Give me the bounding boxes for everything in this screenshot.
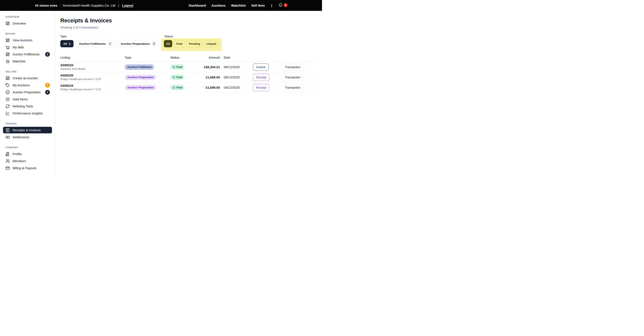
separator-pipe: | — [271, 4, 272, 8]
amount-cell: £1,680.00 — [201, 86, 224, 89]
sidebar-item-auction-fulfilments[interactable]: Auction Fulfilments 2 — [3, 51, 52, 58]
sidebar-item-label: View Auctions — [12, 38, 50, 42]
sidebar-item-my-auctions[interactable]: My Auctions 1 — [3, 82, 52, 88]
invoice-button[interactable]: Invoice — [253, 64, 269, 71]
count-badge: 2 — [45, 52, 50, 57]
status-filter-paid-button[interactable]: Paid — [174, 40, 185, 47]
separator-pipe: | — [118, 4, 119, 8]
sidebar-item-profile[interactable]: Profile — [3, 151, 52, 157]
section-label: COMPANY — [6, 146, 50, 149]
sidebar-item-my-bids[interactable]: My Bids — [3, 44, 52, 50]
sidebar-item-label: Auction Preparation — [12, 90, 42, 94]
sidebar-section-buying: BUYING View Auctions My Bids Auction Ful… — [0, 32, 55, 64]
type-badge: Auction Preparation — [125, 74, 156, 80]
dashboard-grid-icon — [6, 38, 10, 42]
circle-check-icon — [6, 97, 10, 102]
listing-name: Philips Healthcare Azurion 7 C20 — [60, 78, 125, 81]
type-cell: Auction Preparation — [125, 74, 170, 80]
sidebar-section-finance: FINANCE Receipts & Invoices Settlements — [0, 122, 55, 140]
logout-link[interactable]: Logout — [122, 4, 134, 8]
status-filter-pending-button[interactable]: Pending — [186, 40, 202, 47]
sidebar-item-label: Receipts & Invoices — [12, 128, 50, 132]
count-badge: 1 — [45, 83, 50, 88]
type-filter-auction-fulfilments-button[interactable]: Auction Fulfilments 1 — [76, 40, 115, 47]
page: Hi simon eves · Summitwell Health Suppli… — [0, 0, 322, 178]
filter-button-label: All — [63, 42, 67, 46]
sidebar-item-auction-preparation[interactable]: Auction Preparation 1 — [3, 89, 52, 96]
filter-count: 1 — [108, 42, 112, 46]
status-label: Paid — [176, 76, 182, 79]
sidebar-item-watchlist[interactable]: Watchlist — [3, 58, 52, 64]
circle-check-icon — [172, 66, 176, 68]
notifications-button[interactable]: 3 — [278, 3, 288, 8]
results-summary: Showing 3 of 3 transactions — [60, 26, 317, 29]
status-cell: Paid — [170, 74, 201, 80]
filter-button-label: Auction Fulfilments — [79, 42, 106, 46]
column-header-type: Type — [125, 56, 170, 62]
sidebar-item-label: My Auctions — [12, 83, 42, 87]
transaction-button[interactable]: Transaction — [282, 74, 304, 81]
sidebar-item-overview[interactable]: Overview — [3, 20, 52, 27]
receipt-icon — [6, 128, 10, 132]
status-badge: Paid — [170, 74, 184, 80]
star-icon — [6, 59, 10, 64]
sidebar-item-sold-items[interactable]: Sold Items — [3, 96, 52, 102]
sidebar-item-billing-payouts[interactable]: Billing & Payouts — [3, 165, 52, 171]
sidebar-section-selling: SELLING Create an Auction My Auctions 1 … — [0, 70, 55, 116]
nav-link-auctions[interactable]: Auctions — [212, 4, 226, 8]
top-navbar: Hi simon eves · Summitwell Health Suppli… — [0, 0, 322, 11]
table-row: A000235 Philips Healthcare Azurion 7 C20… — [60, 72, 317, 82]
receipt-button[interactable]: Receipt — [253, 84, 269, 91]
sidebar-item-performance-insights[interactable]: Performance Insights — [3, 110, 52, 116]
receipt-button[interactable]: Receipt — [253, 74, 269, 81]
status-filter-all-button[interactable]: All — [164, 40, 172, 47]
amount-cell: £26,204.21 — [201, 65, 224, 69]
users-icon — [6, 159, 10, 163]
transaction-button[interactable]: Transaction — [282, 84, 304, 91]
type-filter-auction-preparations-button[interactable]: Auction Preparations 2 — [118, 40, 160, 47]
line-chart-icon — [6, 111, 10, 116]
amount-cell: £1,680.00 — [201, 76, 224, 79]
tag-icon — [6, 83, 10, 87]
transaction-button[interactable]: Transaction — [282, 64, 304, 71]
refresh-icon — [6, 104, 10, 108]
type-filter-all-button[interactable]: All 3 — [60, 40, 74, 47]
type-badge: Auction Preparation — [125, 85, 156, 90]
type-cell: Auction Preparation — [125, 85, 170, 90]
dashboard-grid-icon — [6, 21, 10, 26]
dashboard-grid-icon — [6, 52, 10, 56]
sidebar-item-label: Sold Items — [12, 97, 50, 101]
sidebar-item-settlements[interactable]: Settlements — [3, 134, 52, 140]
section-label: FINANCE — [6, 122, 50, 125]
sidebar-item-relisting-tools[interactable]: Relisting Tools — [3, 103, 52, 110]
status-badge: Paid — [170, 85, 184, 90]
sidebar-item-label: Auction Fulfilments — [12, 52, 42, 56]
sidebar-item-label: My Bids — [12, 46, 50, 49]
sidebar-item-label: Billing & Payouts — [12, 166, 50, 170]
sidebar: OVERVIEW Overview BUYING View Auctions M… — [0, 11, 55, 178]
count-badge: 1 — [45, 90, 50, 94]
section-label: SELLING — [6, 70, 50, 73]
dashboard-grid-icon — [6, 76, 10, 80]
sidebar-item-create-an-auction[interactable]: Create an Auction — [3, 75, 52, 82]
sidebar-section-overview: OVERVIEW Overview — [0, 16, 55, 27]
user-greeting: Hi simon eves — [35, 4, 57, 8]
section-label: BUYING — [6, 32, 50, 35]
nav-link-dashboard[interactable]: Dashboard — [188, 4, 206, 8]
circle-check-icon — [172, 76, 176, 79]
status-cell: Paid — [170, 64, 201, 70]
document-action-cell: Receipt — [253, 74, 282, 81]
sidebar-item-members[interactable]: Members — [3, 158, 52, 164]
sidebar-item-view-auctions[interactable]: View Auctions — [3, 37, 52, 44]
listing-cell: A000233 Philips Healthcare Azurion 7 C20 — [60, 84, 125, 91]
filter-count: 3 — [69, 42, 70, 46]
shopping-cart-icon — [6, 45, 10, 50]
nav-link-watchlist[interactable]: Watchlist — [231, 4, 246, 8]
nav-link-sell-item[interactable]: Sell Item — [251, 4, 265, 8]
banknote-icon — [6, 135, 10, 139]
navbar-links: Dashboard Auctions Watchlist Sell Item |… — [188, 3, 288, 8]
status-filter-unpaid-button[interactable]: Unpaid — [204, 40, 219, 47]
column-header-document-action — [253, 58, 282, 60]
table-row: A000233 Philips Healthcare Azurion 7 C20… — [60, 82, 317, 93]
sidebar-item-receipts-invoices[interactable]: Receipts & Invoices — [3, 127, 52, 134]
